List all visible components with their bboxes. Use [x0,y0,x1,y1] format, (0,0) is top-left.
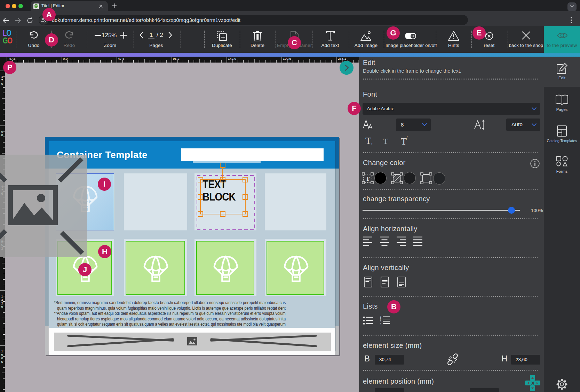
svg-text:6: 6 [1,82,3,85]
svg-text:9: 9 [1,305,3,309]
svg-text:7: 7 [1,79,3,82]
svg-text:4: 4 [1,75,3,79]
svg-text:T: T [366,175,370,182]
svg-text:-47.6: -47.6 [8,57,16,60]
svg-text:0.0: 0.0 [63,57,67,60]
svg-text:1: 1 [1,295,3,298]
svg-text:0: 0 [1,130,3,133]
svg-text:5: 5 [1,360,3,364]
svg-text:2: 2 [1,302,3,305]
svg-text:1: 1 [1,350,3,353]
svg-text:4: 4 [1,298,3,302]
svg-text:9: 9 [1,353,3,357]
svg-text:4: 4 [380,322,381,325]
svg-text:0: 0 [1,357,3,360]
svg-text:142.9: 142.9 [228,57,236,60]
svg-text:47.6: 47.6 [118,57,125,60]
svg-text:95.2: 95.2 [173,57,180,60]
svg-text:0: 0 [1,133,3,137]
svg-text:190.5: 190.5 [283,57,291,60]
svg-text:238.1: 238.1 [338,57,346,60]
